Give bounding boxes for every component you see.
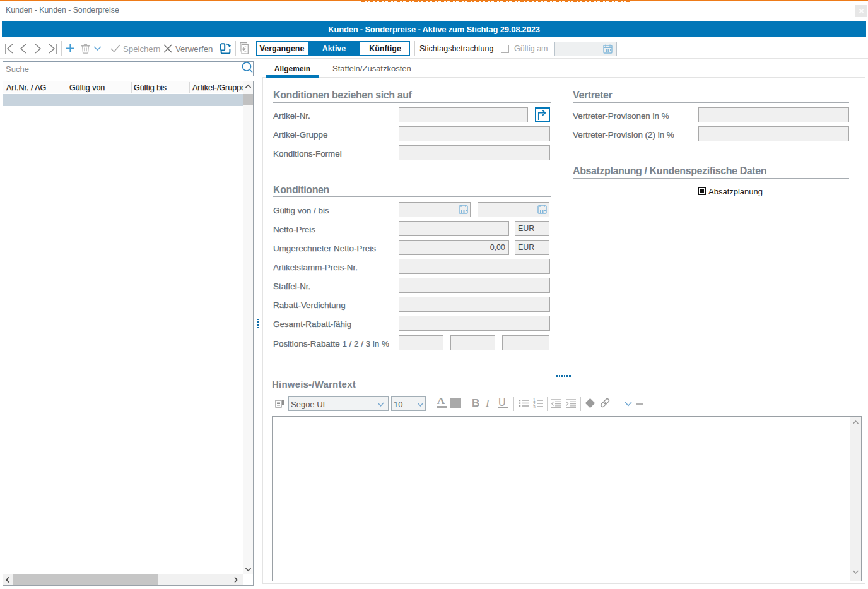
svg-text:3: 3 [533, 405, 536, 409]
